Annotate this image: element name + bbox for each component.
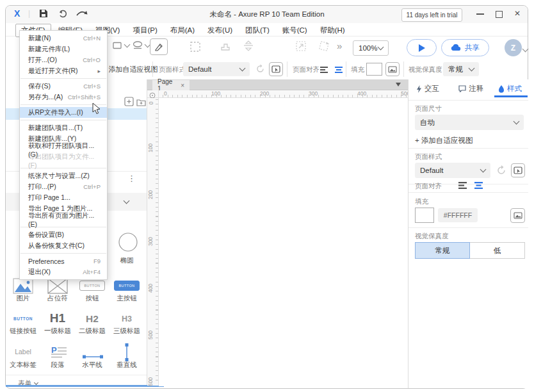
page-style-select[interactable]: Default <box>415 163 490 178</box>
menu-item-backup-settings[interactable]: 备份设置(B) <box>20 229 107 240</box>
menu-item-label: 保存(S) <box>28 82 51 91</box>
widget-panel-kebab-icon[interactable]: ⋮ <box>127 174 136 183</box>
menu-arrange[interactable]: 布局(A) <box>165 24 200 37</box>
reset-style-icon[interactable] <box>255 63 266 77</box>
widget-section-forms[interactable]: 表单 <box>18 379 38 388</box>
widget-link-button-icon[interactable]: BUTTON <box>6 316 40 321</box>
fill-hex-field[interactable]: #FFFFFF <box>438 208 478 222</box>
align-left-icon[interactable] <box>320 65 329 76</box>
add-page-icon[interactable] <box>124 97 134 109</box>
canvas-area[interactable] <box>159 98 408 386</box>
page-style-label: 页面样式 <box>159 65 186 74</box>
section-footer-label: 表单 <box>18 379 31 388</box>
menu-team[interactable]: 团队(T) <box>239 24 275 37</box>
menu-item-open-recent[interactable]: 最近打开文件(R)▸ <box>20 65 107 76</box>
lightning-icon <box>416 85 422 93</box>
widget-text-label-icon[interactable]: Label <box>6 348 40 355</box>
ruler-number: 400 <box>357 90 366 97</box>
trial-badge[interactable]: 11 days left in trial <box>401 8 462 22</box>
page-style-select[interactable]: Default <box>183 62 250 76</box>
align-left-icon[interactable] <box>458 181 468 192</box>
toolbar-overflow-icon[interactable]: » <box>337 40 342 51</box>
menu-item-new-widget-library[interactable]: 新建元件库(L) <box>20 44 107 54</box>
fidelity-select[interactable]: 常规 <box>443 62 479 76</box>
flip-vertical-icon[interactable] <box>242 40 255 55</box>
scale-selection-icon[interactable] <box>295 40 307 55</box>
menu-item-print[interactable]: 打印...(P)Ctrl+P <box>20 181 107 192</box>
file-menu-popup: 新建(N)Ctrl+N 新建元件库(L) 打开...(O)Ctrl+O 最近打开… <box>19 30 108 280</box>
active-tab-underline <box>494 95 528 97</box>
redo-icon[interactable] <box>76 8 88 21</box>
svg-text:P: P <box>51 345 57 355</box>
ruler-number: 200 <box>260 90 269 97</box>
close-icon[interactable]: ✕ <box>514 9 521 18</box>
menu-item-new-team-project[interactable]: 新建团队项目...(T) <box>20 122 107 133</box>
menu-item-shortcut: Alt+F4 <box>83 268 101 275</box>
align-center-icon[interactable] <box>334 65 343 76</box>
maximize-icon[interactable] <box>496 11 503 18</box>
widget-h1-icon[interactable]: H1 <box>40 311 75 325</box>
save-icon[interactable] <box>38 8 49 21</box>
add-adaptive-view-link[interactable]: + 添加自适应视图 <box>415 136 473 145</box>
menu-item-print-page-1[interactable]: 打印 Page 1... <box>20 192 107 203</box>
widget-label: 占位符 <box>40 294 75 303</box>
widget-paragraph-icon[interactable]: P <box>51 345 67 361</box>
widget-h2-icon[interactable]: H2 <box>75 313 109 325</box>
tab-overflow-icon[interactable] <box>396 83 401 86</box>
tab-style[interactable]: 样式 <box>498 84 522 94</box>
share-button[interactable]: 共享 <box>441 39 489 56</box>
edit-style-button[interactable] <box>269 62 283 76</box>
rotate-selection-icon[interactable] <box>318 40 330 55</box>
fill-image-button[interactable] <box>510 208 525 223</box>
menu-item-restore-from-backup[interactable]: 从备份恢复文件(C) <box>20 240 107 251</box>
chevron-down-icon <box>124 41 131 47</box>
page-size-select[interactable]: 自动 <box>415 115 524 130</box>
menu-item-export-all-pages-images[interactable]: 导出所有页面为图片...(E) <box>20 214 107 225</box>
insert-shape-tool[interactable] <box>111 40 129 51</box>
boolean-union-icon[interactable] <box>219 40 232 55</box>
fill-image-button[interactable] <box>385 62 400 76</box>
widget-button-icon[interactable]: BUTTON <box>79 281 105 291</box>
avatar[interactable]: Z <box>505 39 522 56</box>
menu-item-label: 导出团队项目为文件...(F) <box>28 152 101 169</box>
menu-item-save[interactable]: 保存(S)Ctrl+S <box>20 81 107 92</box>
widget-ellipse-icon[interactable] <box>118 232 138 255</box>
menu-item-preferences[interactable]: PreferencesF9 <box>20 256 107 266</box>
reset-style-icon[interactable] <box>496 165 507 179</box>
widget-primary-button-icon[interactable]: BUTTON <box>114 281 140 291</box>
zoom-level-value: 100% <box>359 44 377 52</box>
fill-color-swatch[interactable] <box>366 63 382 76</box>
minimize-icon[interactable] <box>476 13 484 15</box>
add-folder-icon[interactable] <box>136 97 146 109</box>
undo-icon[interactable] <box>58 8 69 21</box>
tab-notes[interactable]: 注释 <box>458 84 483 94</box>
tab-label: 注释 <box>469 84 483 94</box>
tab-close-icon[interactable]: × <box>181 82 184 89</box>
menu-item-new[interactable]: 新建(N)Ctrl+N <box>20 33 107 44</box>
menu-item-label: 新建元件库(L) <box>28 45 70 54</box>
menu-project[interactable]: 项目(P) <box>127 24 163 37</box>
add-adaptive-view-button[interactable]: + 添加自适应视图 <box>102 65 158 74</box>
widget-h3-icon[interactable]: H3 <box>109 314 144 323</box>
zoom-level-select[interactable]: 100% <box>353 40 389 56</box>
fidelity-option-normal[interactable]: 常规 <box>415 242 470 259</box>
menu-item-exit[interactable]: 退出(X)Alt+F4 <box>20 266 107 277</box>
menu-publish[interactable]: 发布(U) <box>202 24 238 37</box>
align-center-icon[interactable] <box>474 181 483 192</box>
divider <box>152 61 153 77</box>
marquee-select-icon[interactable] <box>190 41 201 55</box>
fidelity-option-low[interactable]: 低 <box>470 242 525 259</box>
pen-tool-button[interactable] <box>150 38 168 55</box>
tab-page-1[interactable]: Page 1 × <box>152 80 190 90</box>
widget-label: 主按钮 <box>109 294 144 303</box>
menu-account[interactable]: 账号(C) <box>277 24 313 37</box>
menu-item-save-as[interactable]: 另存为...(A)Ctrl+Shift+S <box>20 92 107 102</box>
menu-help[interactable]: 帮助(H) <box>314 24 351 37</box>
menu-item-open[interactable]: 打开...(O)Ctrl+O <box>20 54 107 65</box>
tab-interactions[interactable]: 交互 <box>416 84 439 94</box>
edit-style-button[interactable] <box>511 163 525 177</box>
insert-ellipse-tool[interactable] <box>132 40 150 51</box>
preview-play-button[interactable] <box>407 39 437 56</box>
fill-color-swatch[interactable] <box>415 208 434 223</box>
menu-item-paper-size-settings[interactable]: 纸张尺寸与设置...(Z) <box>20 170 107 181</box>
